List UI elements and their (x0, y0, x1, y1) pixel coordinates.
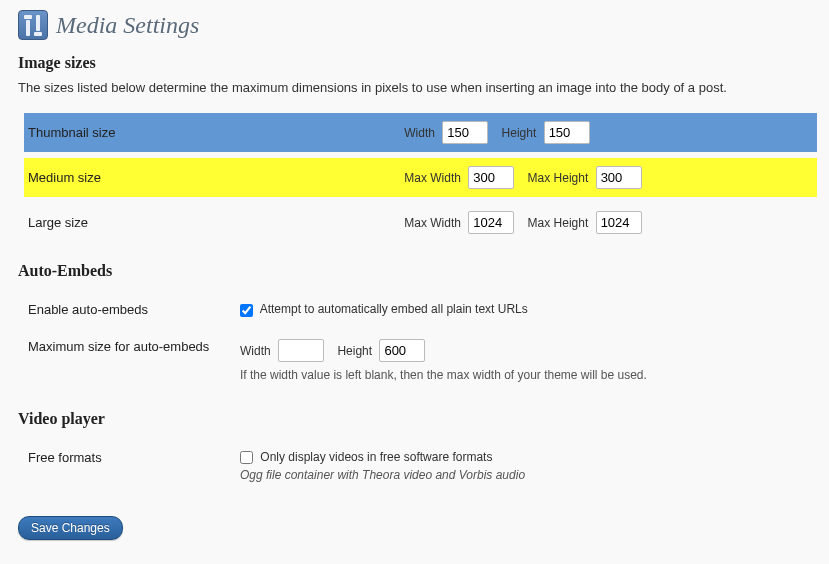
image-sizes-description: The sizes listed below determine the max… (18, 80, 811, 95)
medium-maxh-label: Max Height (528, 171, 589, 185)
large-maxw-input[interactable] (468, 211, 514, 234)
free-formats-checkbox[interactable] (240, 451, 253, 464)
save-button[interactable]: Save Changes (18, 516, 123, 540)
large-row: Large size Max Width Max Height (24, 203, 817, 242)
free-formats-text: Only display videos in free software for… (260, 450, 492, 464)
thumbnail-label: Thumbnail size (24, 113, 398, 152)
enable-auto-embeds-text: Attempt to automatically embed all plain… (260, 302, 528, 316)
section-heading-image-sizes: Image sizes (18, 54, 811, 72)
thumbnail-width-input[interactable] (442, 121, 488, 144)
large-maxh-input[interactable] (596, 211, 642, 234)
large-label: Large size (24, 203, 398, 242)
embed-size-help: If the width value is left blank, then t… (240, 368, 811, 382)
free-formats-row: Free formats Only display videos in free… (24, 442, 817, 490)
enable-auto-embeds-row: Enable auto-embeds Attempt to automatica… (24, 294, 817, 325)
free-formats-note: Ogg file container with Theora video and… (240, 468, 811, 482)
embed-height-input[interactable] (379, 339, 425, 362)
image-sizes-table: Thumbnail size Width Height Medium size … (24, 107, 817, 248)
enable-auto-embeds-checkbox[interactable] (240, 304, 253, 317)
section-heading-auto-embeds: Auto-Embeds (18, 262, 811, 280)
page-header: Media Settings (18, 10, 811, 40)
thumbnail-height-input[interactable] (544, 121, 590, 144)
medium-maxw-input[interactable] (468, 166, 514, 189)
video-table: Free formats Only display videos in free… (24, 436, 817, 496)
medium-row: Medium size Max Width Max Height (24, 158, 817, 197)
medium-maxh-input[interactable] (596, 166, 642, 189)
embed-width-label: Width (240, 344, 271, 358)
enable-auto-embeds-label: Enable auto-embeds (24, 294, 234, 325)
auto-embeds-table: Enable auto-embeds Attempt to automatica… (24, 288, 817, 396)
large-maxw-label: Max Width (404, 216, 461, 230)
thumbnail-row: Thumbnail size Width Height (24, 113, 817, 152)
thumbnail-width-label: Width (404, 126, 435, 140)
embed-width-input[interactable] (278, 339, 324, 362)
medium-maxw-label: Max Width (404, 171, 461, 185)
thumbnail-height-label: Height (502, 126, 537, 140)
page-title: Media Settings (56, 12, 199, 39)
section-heading-video: Video player (18, 410, 811, 428)
sliders-icon (18, 10, 48, 40)
medium-label: Medium size (24, 158, 398, 197)
free-formats-label: Free formats (24, 442, 234, 490)
max-embed-size-label: Maximum size for auto-embeds (24, 331, 234, 390)
large-maxh-label: Max Height (528, 216, 589, 230)
max-embed-size-row: Maximum size for auto-embeds Width Heigh… (24, 331, 817, 390)
embed-height-label: Height (337, 344, 372, 358)
